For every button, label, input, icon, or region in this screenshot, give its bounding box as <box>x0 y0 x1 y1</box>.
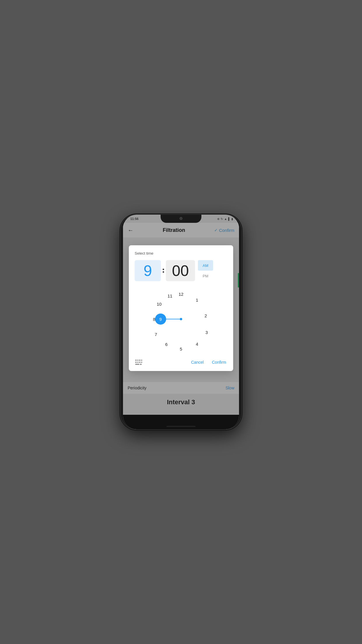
minutes-box[interactable]: 00 <box>166 260 195 281</box>
pm-button[interactable]: PM <box>198 271 213 281</box>
kb-key <box>140 364 142 365</box>
time-separator <box>163 260 164 281</box>
kb-key <box>139 360 140 361</box>
hour-value: 9 <box>144 263 152 278</box>
clock-12[interactable]: 12 <box>177 290 185 298</box>
clock-face[interactable]: 12 1 2 3 4 5 6 7 8 9 10 <box>149 287 213 351</box>
am-button[interactable]: AM <box>198 260 213 271</box>
dialog-title: Select time <box>135 251 227 256</box>
clock-3[interactable]: 3 <box>202 328 211 337</box>
cancel-button[interactable]: Cancel <box>190 358 205 366</box>
keyboard-button[interactable] <box>135 359 143 365</box>
kb-key <box>135 360 137 361</box>
kb-key <box>137 362 139 363</box>
kb-key <box>137 360 139 361</box>
dot-top <box>163 269 164 270</box>
ampm-container: AM PM <box>198 260 213 281</box>
kb-key <box>141 360 143 361</box>
kb-key <box>139 362 140 363</box>
clock-6[interactable]: 6 <box>162 340 171 349</box>
time-display-row: 9 00 AM PM <box>135 260 227 281</box>
status-time: 11:56 <box>130 217 138 220</box>
dialog-actions: Cancel Confirm <box>135 356 227 366</box>
phone-screen: 11:56 ⊕ ↻ ▲ ▌ ▮ ← Filtration ✓ Confirm <box>123 215 239 429</box>
sync-icon: ↻ <box>221 217 223 220</box>
phone-frame: 11:56 ⊕ ↻ ▲ ▌ ▮ ← Filtration ✓ Confirm <box>121 215 241 429</box>
wifi-icon: ▲ <box>224 217 227 220</box>
clock-7[interactable]: 7 <box>152 330 160 339</box>
minutes-value: 00 <box>172 263 189 278</box>
signal-icon: ▌ <box>228 217 230 220</box>
clock-center-dot <box>180 318 182 320</box>
clock-2[interactable]: 2 <box>201 311 210 320</box>
dot-bottom <box>163 271 164 273</box>
clock-4[interactable]: 4 <box>193 340 201 348</box>
confirm-button[interactable]: Confirm <box>211 358 227 366</box>
kb-key <box>135 362 137 363</box>
clock-9-selected[interactable]: 9 <box>155 314 166 325</box>
clock-10[interactable]: 10 <box>155 300 164 308</box>
kb-key-wide <box>135 364 139 365</box>
clock-11[interactable]: 11 <box>166 291 174 300</box>
battery-icon: ▮ <box>231 217 233 220</box>
clock-5[interactable]: 5 <box>177 344 185 353</box>
time-picker-dialog: Select time 9 00 AM <box>129 245 233 371</box>
hour-box[interactable]: 9 <box>135 260 161 281</box>
dialog-btn-group: Cancel Confirm <box>190 358 227 366</box>
camera-icon <box>180 217 182 220</box>
clock-1[interactable]: 1 <box>193 295 201 304</box>
kb-key <box>141 362 143 363</box>
am-label: AM <box>203 263 208 268</box>
notch <box>161 215 201 223</box>
status-icons: ⊕ ↻ ▲ ▌ ▮ <box>217 217 233 220</box>
location-icon: ⊕ <box>217 217 219 220</box>
pm-label: PM <box>203 274 208 278</box>
